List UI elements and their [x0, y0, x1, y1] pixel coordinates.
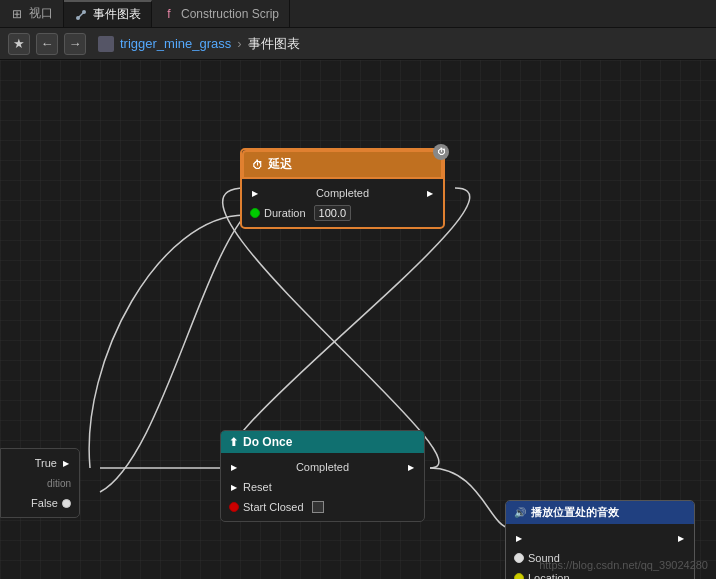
delay-node-body: Completed Duration 100.0 [242, 179, 443, 227]
play-sound-exec-row [506, 528, 694, 548]
delay-title-icon: ⏱ [252, 159, 263, 171]
delay-duration-pin[interactable] [250, 208, 260, 218]
do-once-exec-row: Completed [221, 457, 424, 477]
delay-clock-icon: ⏱ [433, 144, 449, 160]
true-pin[interactable] [61, 458, 71, 468]
do-once-exec-in[interactable] [229, 462, 239, 472]
play-sound-icon: 🔊 [514, 507, 526, 518]
do-once-body: Completed Reset Start Closed [221, 453, 424, 521]
breadcrumb-icon [98, 36, 114, 52]
play-sound-exec-in[interactable] [514, 533, 524, 543]
do-once-start-closed-pin[interactable] [229, 502, 239, 512]
svg-line-2 [78, 12, 84, 18]
do-once-start-closed-row: Start Closed [221, 497, 424, 517]
location-label: Location [528, 572, 570, 579]
back-button[interactable]: ← [36, 33, 58, 55]
play-sound-header: 🔊 播放位置处的音效 [506, 501, 694, 524]
delay-duration-label: Duration [264, 207, 306, 219]
true-label: True [35, 457, 57, 469]
breadcrumb-child: 事件图表 [248, 35, 300, 53]
delay-duration-value[interactable]: 100.0 [314, 205, 352, 221]
breadcrumb-sep: › [237, 36, 241, 51]
func-icon: f [162, 7, 176, 21]
condition-label: dition [47, 478, 71, 489]
do-once-reset-label: Reset [243, 481, 272, 493]
start-closed-checkbox[interactable] [312, 501, 324, 513]
do-once-start-closed-label: Start Closed [243, 501, 304, 513]
breadcrumb: trigger_mine_grass › 事件图表 [98, 35, 300, 53]
do-once-icon: ⬆ [229, 436, 238, 449]
play-sound-title: 播放位置处的音效 [531, 505, 619, 520]
toolbar: ★ ← → trigger_mine_grass › 事件图表 [0, 28, 716, 60]
do-once-node[interactable]: ⬆ Do Once Completed Reset Start Closed [220, 430, 425, 522]
tab-event-graph[interactable]: 事件图表 [64, 0, 152, 27]
breadcrumb-root[interactable]: trigger_mine_grass [120, 36, 231, 51]
do-once-title: Do Once [243, 435, 292, 449]
watermark: https://blog.csdn.net/qq_39024280 [539, 559, 708, 571]
delay-duration-row: Duration 100.0 [242, 203, 443, 223]
delay-node-header: ⏱ ⏱ 延迟 [242, 150, 443, 179]
delay-completed-label: Completed [316, 187, 369, 199]
do-once-reset-row: Reset [221, 477, 424, 497]
delay-exec-in-pin[interactable] [250, 188, 260, 198]
canvas-area[interactable]: True dition False ⏱ ⏱ 延迟 Completed Durat… [0, 60, 716, 579]
graph-icon [74, 8, 88, 22]
tab-bar: ⊞ 视口 事件图表 f Construction Scrip [0, 0, 716, 28]
delay-exec-row: Completed [242, 183, 443, 203]
condition-node-partial[interactable]: True dition False [0, 448, 80, 518]
play-sound-exec-out[interactable] [676, 533, 686, 543]
delay-node[interactable]: ⏱ ⏱ 延迟 Completed Duration 100.0 [240, 148, 445, 229]
do-once-exec-out[interactable] [406, 462, 416, 472]
grid-icon: ⊞ [10, 7, 24, 21]
false-label: False [31, 497, 58, 509]
do-once-completed-label: Completed [296, 461, 349, 473]
delay-title: 延迟 [268, 156, 292, 173]
forward-button[interactable]: → [64, 33, 86, 55]
do-once-reset-pin[interactable] [229, 482, 239, 492]
false-pin[interactable] [62, 499, 71, 508]
location-pin[interactable] [514, 573, 524, 579]
do-once-header: ⬆ Do Once [221, 431, 424, 453]
delay-exec-out-pin[interactable] [425, 188, 435, 198]
tab-window[interactable]: ⊞ 视口 [0, 0, 64, 27]
sound-pin[interactable] [514, 553, 524, 563]
tab-construction-script[interactable]: f Construction Scrip [152, 0, 290, 27]
star-button[interactable]: ★ [8, 33, 30, 55]
